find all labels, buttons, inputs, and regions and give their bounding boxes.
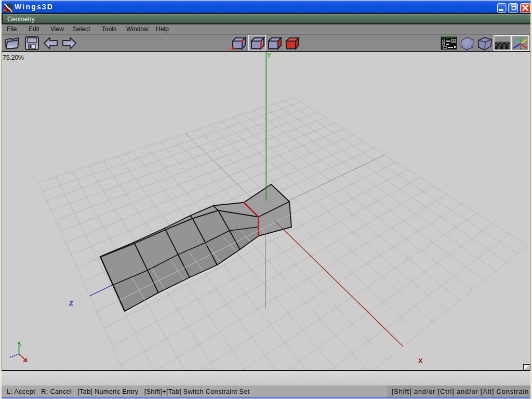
svg-text:Y: Y (267, 52, 272, 59)
svg-text:Z: Z (69, 299, 73, 307)
svg-text:X: X (418, 357, 423, 365)
